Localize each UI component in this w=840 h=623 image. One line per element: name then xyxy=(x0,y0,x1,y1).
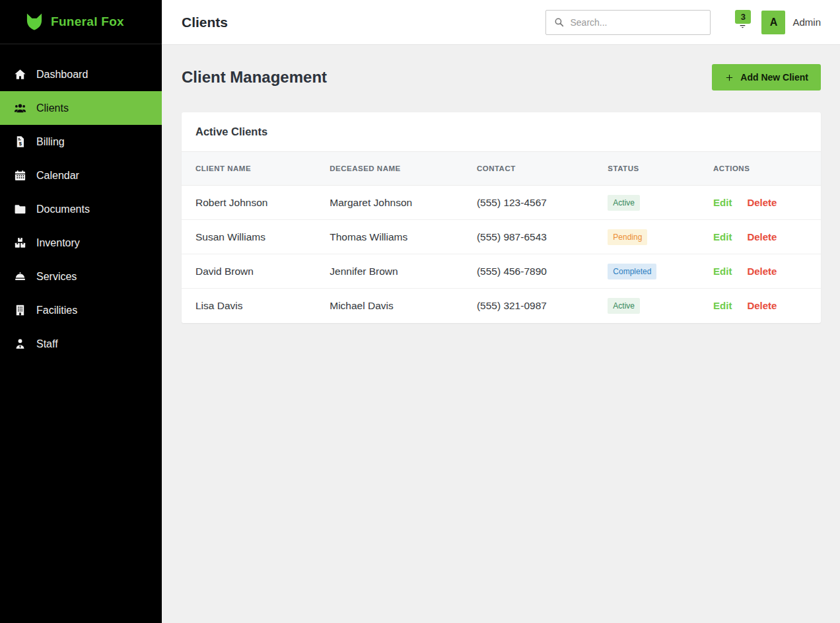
contact-cell: (555) 456-7890 xyxy=(463,254,594,289)
sidebar-item-dashboard[interactable]: Dashboard xyxy=(0,57,162,91)
user-name: Admin xyxy=(792,17,821,28)
search-input[interactable] xyxy=(565,17,710,28)
column-header-deceased-name: DECEASED NAME xyxy=(316,152,463,186)
contact-cell: (555) 987-6543 xyxy=(463,220,594,254)
status-badge: Active xyxy=(608,298,640,314)
sidebar-item-label: Billing xyxy=(36,136,65,148)
building-icon xyxy=(13,304,26,316)
column-header-actions: ACTIONS xyxy=(699,152,821,186)
clients-table: CLIENT NAME DECEASED NAME CONTACT STATUS… xyxy=(182,151,821,323)
client-name-cell: David Brown xyxy=(182,254,316,289)
deceased-name-cell: Michael Davis xyxy=(316,289,463,323)
notifications-button[interactable]: 3 xyxy=(734,8,752,37)
add-new-client-label: Add New Client xyxy=(740,72,808,83)
column-header-contact: CONTACT xyxy=(463,152,594,186)
status-badge: Completed xyxy=(608,264,656,279)
sidebar-item-label: Facilities xyxy=(36,305,77,316)
sidebar-item-label: Documents xyxy=(36,203,90,215)
client-name-cell: Susan Williams xyxy=(182,220,316,254)
deceased-name-cell: Thomas Williams xyxy=(316,220,463,254)
content: Client Management Add New Client Active … xyxy=(162,45,840,623)
column-header-client-name: CLIENT NAME xyxy=(182,152,316,186)
active-clients-card: Active Clients CLIENT NAME DECEASED NAME… xyxy=(182,112,821,323)
search-box xyxy=(545,10,711,35)
card-title: Active Clients xyxy=(182,112,821,151)
users-icon xyxy=(13,102,26,114)
folder-icon xyxy=(13,203,26,215)
topbar: Clients 3 A Admin xyxy=(162,0,840,45)
table-row: Lisa Davis Michael Davis (555) 321-0987 … xyxy=(182,289,821,323)
page-title: Client Management xyxy=(182,68,327,87)
deceased-name-cell: Margaret Johnson xyxy=(316,186,463,220)
table-header-row: CLIENT NAME DECEASED NAME CONTACT STATUS… xyxy=(182,152,821,186)
boxes-icon xyxy=(13,237,26,249)
main-area: Clients 3 A Admin Client Management xyxy=(162,0,840,623)
home-icon xyxy=(13,68,26,81)
delete-link[interactable]: Delete xyxy=(747,231,777,242)
delete-link[interactable]: Delete xyxy=(747,197,777,208)
sidebar-item-facilities[interactable]: Facilities xyxy=(0,293,162,327)
table-row: David Brown Jennifer Brown (555) 456-789… xyxy=(182,254,821,289)
edit-link[interactable]: Edit xyxy=(713,266,732,277)
brand-name: Funeral Fox xyxy=(51,15,124,29)
sidebar-item-calendar[interactable]: Calendar xyxy=(0,159,162,192)
status-badge: Pending xyxy=(608,229,647,245)
sidebar-item-label: Clients xyxy=(36,102,69,114)
delete-link[interactable]: Delete xyxy=(747,266,777,277)
status-badge: Active xyxy=(608,195,640,211)
fox-logo-icon xyxy=(25,13,44,31)
plus-icon xyxy=(724,73,734,83)
concierge-bell-icon xyxy=(13,270,26,283)
contact-cell: (555) 123-4567 xyxy=(463,186,594,220)
sidebar-item-label: Calendar xyxy=(36,170,79,182)
edit-link[interactable]: Edit xyxy=(713,231,732,242)
notification-count-badge: 3 xyxy=(735,10,751,24)
search-icon xyxy=(553,17,565,28)
sidebar-item-label: Staff xyxy=(36,338,58,350)
file-invoice-dollar-icon: $ xyxy=(13,135,26,148)
table-row: Robert Johnson Margaret Johnson (555) 12… xyxy=(182,186,821,220)
edit-link[interactable]: Edit xyxy=(713,197,732,208)
sidebar-item-services[interactable]: Services xyxy=(0,260,162,293)
contact-cell: (555) 321-0987 xyxy=(463,289,594,323)
sidebar-item-billing[interactable]: $ Billing xyxy=(0,125,162,159)
sidebar: Funeral Fox Dashboard Clients $ Billing xyxy=(0,0,162,623)
add-new-client-button[interactable]: Add New Client xyxy=(712,64,821,91)
sidebar-item-label: Services xyxy=(36,271,77,283)
brand-logo: Funeral Fox xyxy=(0,0,162,44)
deceased-name-cell: Jennifer Brown xyxy=(316,254,463,289)
sidebar-item-staff[interactable]: Staff xyxy=(0,327,162,361)
sidebar-item-label: Dashboard xyxy=(36,69,88,81)
table-row: Susan Williams Thomas Williams (555) 987… xyxy=(182,220,821,254)
page-head: Client Management Add New Client xyxy=(182,64,821,91)
calendar-icon xyxy=(13,169,26,182)
sidebar-nav: Dashboard Clients $ Billing Calendar xyxy=(0,44,162,361)
client-name-cell: Robert Johnson xyxy=(182,186,316,220)
topbar-title: Clients xyxy=(182,15,228,30)
sidebar-item-inventory[interactable]: Inventory xyxy=(0,226,162,260)
sidebar-item-documents[interactable]: Documents xyxy=(0,192,162,226)
sidebar-item-clients[interactable]: Clients xyxy=(0,91,162,125)
delete-link[interactable]: Delete xyxy=(747,300,777,311)
user-tie-icon xyxy=(13,338,26,350)
topbar-right: 3 A Admin xyxy=(545,8,821,37)
sidebar-item-label: Inventory xyxy=(36,237,80,249)
edit-link[interactable]: Edit xyxy=(713,300,732,311)
client-name-cell: Lisa Davis xyxy=(182,289,316,323)
column-header-status: STATUS xyxy=(594,152,699,186)
avatar[interactable]: A xyxy=(761,11,785,34)
app-root: Funeral Fox Dashboard Clients $ Billing xyxy=(0,0,840,623)
